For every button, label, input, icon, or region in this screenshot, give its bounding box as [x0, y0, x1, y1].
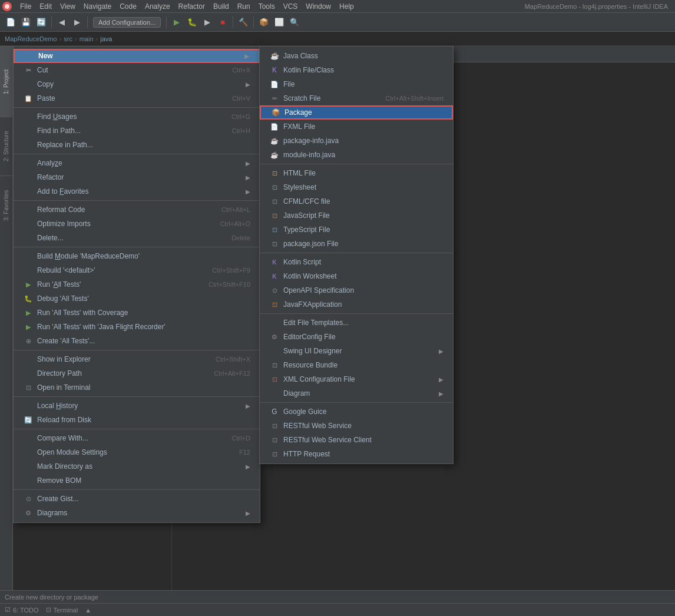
ctx-build-module[interactable]: Build Module 'MapReduceDemo'	[14, 249, 260, 263]
menu-window[interactable]: Window	[302, 1, 335, 12]
terminal-btn-bottom[interactable]: ⊡ Terminal	[46, 606, 78, 614]
ctx-run-tests[interactable]: ▶ Run 'All Tests' Ctrl+Shift+F10	[14, 277, 260, 292]
ctx-optimize[interactable]: Optimize Imports Ctrl+Alt+O	[14, 217, 260, 231]
ctx-find-path[interactable]: Find in Path... Ctrl+H	[14, 124, 260, 138]
ctx-show-explorer[interactable]: Show in Explorer Ctrl+Shift+X	[14, 352, 260, 366]
ctx-js[interactable]: ⊡ JavaScript File	[260, 208, 453, 223]
ctx-ts[interactable]: ⊡ TypeScript File	[260, 223, 453, 237]
ctx-debug-tests[interactable]: 🐛 Debug 'All Tests'	[14, 292, 260, 306]
menu-file[interactable]: File	[16, 1, 35, 12]
ctx-find-usages[interactable]: Find Usages Ctrl+G	[14, 110, 260, 124]
ctx-openapi[interactable]: ⊙ OpenAPI Specification	[260, 283, 453, 297]
ctx-mark-dir[interactable]: Mark Directory as ▶	[14, 459, 260, 473]
ctx-google-guice[interactable]: G Google Guice	[260, 405, 453, 419]
ctx-create-tests[interactable]: ⊕ Create 'All Tests'...	[14, 334, 260, 348]
run-coverage-btn[interactable]: ▶	[200, 15, 214, 29]
ctx-editorconfig[interactable]: ⚙ EditorConfig File	[260, 330, 453, 344]
ctx-file[interactable]: 📄 File	[260, 77, 453, 91]
run-btn[interactable]: ▶	[170, 15, 184, 29]
build-btn[interactable]: 🔨	[236, 15, 250, 29]
search-btn[interactable]: 🔍	[287, 15, 302, 29]
breadcrumb-project[interactable]: MapReduceDemo	[5, 35, 57, 42]
ctx-paste[interactable]: 📋 Paste Ctrl+V	[14, 91, 260, 105]
ctx-fxml[interactable]: 📄 FXML File	[260, 120, 453, 134]
ctx-copy[interactable]: Copy ▶	[14, 77, 260, 91]
ctx-diagrams[interactable]: ⚙ Diagrams ▶	[14, 506, 260, 520]
git-btn[interactable]: 📦	[257, 15, 271, 29]
ctx-remove-bom[interactable]: Remove BOM	[14, 473, 260, 488]
ctx-javafx[interactable]: ⊡ JavaFXApplication	[260, 297, 453, 312]
menu-navigate[interactable]: Navigate	[80, 1, 115, 12]
todo-btn[interactable]: ☑ 6: TODO	[5, 606, 39, 614]
ctx-reformat[interactable]: Reformat Code Ctrl+Alt+L	[14, 203, 260, 217]
back-btn[interactable]: ◀	[55, 15, 69, 29]
ctx-resource-bundle[interactable]: ⊡ Resource Bundle	[260, 358, 453, 372]
ctx-rest-client[interactable]: ⊡ RESTful Web Service Client	[260, 433, 453, 447]
http-icon: ⊡	[269, 449, 280, 459]
ctx-rebuild[interactable]: Rebuild '<default>' Ctrl+Shift+F9	[14, 263, 260, 277]
ctx-run-coverage[interactable]: ▶ Run 'All Tests' with Coverage	[14, 306, 260, 320]
terminal-btn[interactable]: ⬜	[272, 15, 286, 29]
ctx-refactor[interactable]: Refactor ▶	[14, 170, 260, 184]
ctx-cut[interactable]: ✂ Cut Ctrl+X	[14, 63, 260, 77]
ctx-compare[interactable]: Compare With... Ctrl+D	[14, 431, 260, 445]
ctx-reload[interactable]: 🔄 Reload from Disk	[14, 413, 260, 427]
debug-btn[interactable]: 🐛	[185, 15, 199, 29]
favorites-tab[interactable]: 3: Favorites	[0, 175, 12, 234]
menu-edit[interactable]: Edit	[36, 1, 55, 12]
forward-btn[interactable]: ▶	[70, 15, 84, 29]
ctx-module-settings[interactable]: Open Module Settings F12	[14, 445, 260, 459]
ctx-package-info[interactable]: ☕ package-info.java	[260, 134, 453, 148]
ctx-analyze[interactable]: Analyze ▶	[14, 156, 260, 170]
ctx-kotlin-script[interactable]: K Kotlin Script	[260, 255, 453, 269]
ctx-xml-config[interactable]: ⊡ XML Configuration File ▶	[260, 372, 453, 386]
ctx-replace-path[interactable]: Replace in Path...	[14, 138, 260, 152]
breadcrumb-java[interactable]: java	[100, 35, 112, 42]
ctx-java-class[interactable]: ☕ Java Class	[260, 49, 453, 63]
breadcrumb-main[interactable]: main	[80, 35, 94, 42]
ctx-sep-1	[14, 107, 260, 108]
save-btn[interactable]: 💾	[19, 15, 33, 29]
reload-icon: 🔄	[23, 415, 34, 425]
ctx-stylesheet[interactable]: ⊡ Stylesheet	[260, 180, 453, 194]
ctx-local-history[interactable]: Local History ▶	[14, 399, 260, 413]
up-btn[interactable]: ▲	[85, 607, 91, 614]
menu-vcs[interactable]: VCS	[280, 1, 302, 12]
ctx-open-terminal[interactable]: ⊡ Open in Terminal	[14, 380, 260, 395]
ctx-cfml[interactable]: ⊡ CFML/CFC file	[260, 194, 453, 208]
js-icon: ⊡	[269, 210, 280, 221]
menu-build[interactable]: Build	[210, 1, 233, 12]
menu-code[interactable]: Code	[116, 1, 140, 12]
menu-view[interactable]: View	[57, 1, 79, 12]
menu-analyze[interactable]: Analyze	[141, 1, 174, 12]
menu-refactor[interactable]: Refactor	[175, 1, 209, 12]
menu-tools[interactable]: Tools	[255, 1, 279, 12]
structure-tab[interactable]: 2: Structure	[0, 117, 12, 175]
new-file-btn[interactable]: 📄	[4, 15, 18, 29]
ctx-swing[interactable]: Swing UI Designer ▶	[260, 344, 453, 358]
project-tab[interactable]: 1: Project	[0, 46, 12, 117]
breadcrumb-src[interactable]: src	[64, 35, 72, 42]
ctx-diagram[interactable]: Diagram ▶	[260, 386, 453, 400]
ctx-dir-path[interactable]: Directory Path Ctrl+Alt+F12	[14, 366, 260, 380]
ctx-new[interactable]: New ▶	[14, 49, 260, 63]
ctx-delete[interactable]: Delete... Delete	[14, 231, 260, 245]
ctx-kotlin-class[interactable]: K Kotlin File/Class	[260, 63, 453, 77]
ctx-add-favorites[interactable]: Add to Favorites ▶	[14, 184, 260, 198]
ctx-module-info[interactable]: ☕ module-info.java	[260, 148, 453, 162]
config-btn[interactable]: Add Configuration...	[93, 17, 161, 28]
ctx-rest-service[interactable]: ⊡ RESTful Web Service	[260, 419, 453, 433]
ctx-scratch-file[interactable]: ✏ Scratch File Ctrl+Alt+Shift+Insert	[260, 91, 453, 105]
ctx-edit-templates[interactable]: Edit File Templates...	[260, 316, 453, 330]
stop-btn[interactable]: ■	[216, 15, 230, 29]
sync-btn[interactable]: 🔄	[34, 15, 48, 29]
ctx-package[interactable]: 📦 Package	[260, 105, 453, 120]
menu-run[interactable]: Run	[234, 1, 254, 12]
ctx-http-request[interactable]: ⊡ HTTP Request	[260, 447, 453, 461]
ctx-html[interactable]: ⊡ HTML File	[260, 166, 453, 180]
ctx-create-gist[interactable]: ⊙ Create Gist...	[14, 492, 260, 506]
ctx-package-json[interactable]: ⊡ package.json File	[260, 237, 453, 251]
menu-help[interactable]: Help	[336, 1, 358, 12]
ctx-run-jfr[interactable]: ▶ Run 'All Tests' with 'Java Flight Reco…	[14, 320, 260, 334]
ctx-kotlin-worksheet[interactable]: K Kotlin Worksheet	[260, 269, 453, 283]
